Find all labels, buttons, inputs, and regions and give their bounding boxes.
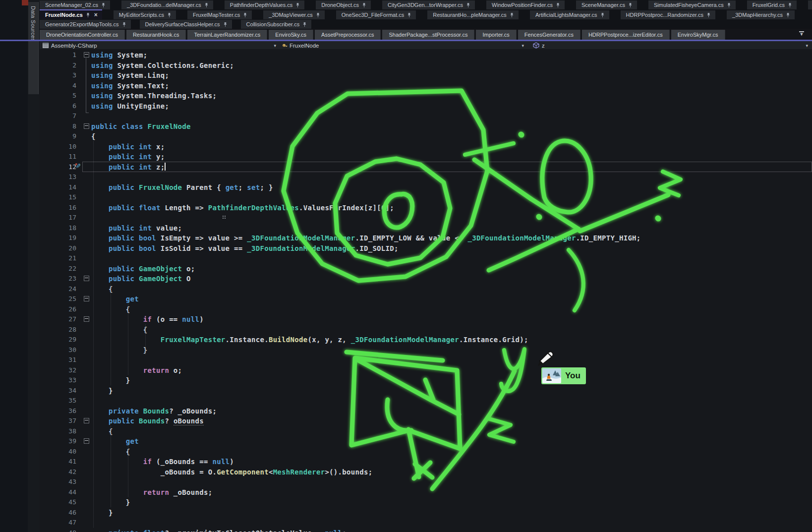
pin-icon[interactable] (316, 12, 320, 18)
code-line-30[interactable]: 30 } (40, 345, 812, 355)
tab-collisionsubscriber-cs[interactable]: CollisionSubscriber.cs (241, 20, 312, 29)
fold-collapse-icon[interactable] (84, 296, 89, 301)
code-line-10[interactable]: 10 public int x; (40, 141, 812, 152)
fold-collapse-icon[interactable] (84, 123, 89, 129)
code-line-13[interactable]: 13 (40, 172, 812, 182)
code-line-48[interactable]: 48 private float? _proximityToClosestObs… (40, 528, 812, 532)
code-line-17[interactable]: 17 (40, 212, 812, 223)
code-line-15[interactable]: 15 (40, 192, 812, 202)
pin-icon[interactable] (628, 2, 633, 8)
code-line-39[interactable]: 39 get (40, 436, 812, 446)
code-line-11[interactable]: 11 public int y; (40, 151, 812, 162)
code-line-24[interactable]: 24 { (40, 284, 812, 294)
member-dropdown[interactable]: z ▾ (528, 41, 812, 50)
tab-windowpositionfinder-cs[interactable]: WindowPositionFinder.cs (486, 0, 565, 9)
code-line-38[interactable]: 38 { (40, 426, 812, 436)
tab-deliverysurfaceclasshelper-cs[interactable]: DeliverySurfaceClassHelper.cs (140, 20, 232, 29)
fold-collapse-icon[interactable] (84, 52, 89, 58)
code-line-6[interactable]: 6using UnityEngine; (40, 101, 812, 111)
tab-citygen3dgen-torwrapper-cs[interactable]: CityGen3DGen...torWrapper.cs (382, 0, 475, 9)
code-line-22[interactable]: 22 public GameObject o; (40, 263, 812, 274)
tab-scenemanager-cs[interactable]: SceneManager.cs (576, 0, 637, 9)
tab-restaurantho-plemanager-cs[interactable]: RestaurantHo...pleManager.cs (427, 10, 519, 19)
code-line-8[interactable]: 8public class FruxelNode (40, 121, 812, 131)
code-line-45[interactable]: 45 } (40, 497, 812, 507)
pin-icon[interactable] (86, 12, 90, 18)
code-line-36[interactable]: 36 private Bounds? _oBounds; (40, 406, 812, 416)
pin-icon[interactable] (786, 12, 790, 18)
code-line-32[interactable]: 32 return o; (40, 365, 812, 375)
project-dropdown[interactable]: Assembly-CSharp ▾ (40, 41, 280, 50)
code-line-7[interactable]: 7 (40, 111, 812, 121)
code-line-44[interactable]: 44 return _oBounds; (40, 487, 812, 497)
code-line-29[interactable]: 29 FruxelMapTester.Instance.BuildNode(x,… (40, 334, 812, 345)
fold-collapse-icon[interactable] (84, 276, 89, 281)
fold-collapse-icon[interactable] (84, 418, 89, 423)
code-line-23[interactable]: 23 public GameObject O (40, 273, 812, 284)
code-line-47[interactable]: 47 (40, 517, 812, 528)
pin-icon[interactable] (204, 2, 209, 8)
pin-icon[interactable] (510, 12, 514, 18)
tab-3dmapviewer-cs[interactable]: _3DMapViewer.cs (263, 10, 324, 19)
code-line-40[interactable]: 40 { (40, 446, 812, 457)
tab-enviroskymgr-cs[interactable]: EnviroSkyMgr.cs (671, 30, 725, 40)
pin-icon[interactable] (243, 12, 247, 18)
tab-pathfinderdepthvalues-cs[interactable]: PathfinderDepthValues.cs (225, 0, 304, 9)
pencil-cursor-icon[interactable] (535, 349, 556, 369)
close-icon[interactable]: × (94, 12, 98, 17)
tab-artificiallightsmanager-cs[interactable]: ArtificialLightsManager.cs (530, 10, 609, 19)
tab-fencesgenerator-cs[interactable]: FencesGenerator.cs (518, 30, 580, 40)
pin-icon[interactable] (295, 2, 300, 8)
code-line-19[interactable]: 19 public bool IsEmpty => value >= _3DFo… (40, 233, 812, 243)
pin-icon[interactable] (788, 2, 792, 8)
tab-3dmaphierarchy-cs[interactable]: _3DMapHierarchy.cs (727, 10, 795, 19)
code-line-21[interactable]: 21 (40, 253, 812, 263)
tab-scenemanager-02-cs[interactable]: SceneManager_02.cs (40, 0, 110, 9)
code-line-25[interactable]: 25 get (40, 294, 812, 304)
tab-terrainlayerrandomizer-cs[interactable]: TerrainLayerRandomizer.cs (187, 30, 267, 40)
chevron-down-icon[interactable]: ▾ (522, 43, 524, 48)
code-line-2[interactable]: 2using System.Collections.Generic; (40, 60, 812, 70)
pin-icon[interactable] (600, 12, 605, 18)
tab-restauranthook-cs[interactable]: RestaurantHook.cs (126, 30, 186, 40)
tab-droneorientationcontroller-cs[interactable]: DroneOrientationController.cs (40, 30, 125, 40)
fold-collapse-icon[interactable] (84, 438, 89, 444)
code-line-20[interactable]: 20 public bool IsSolid => value == _3DFo… (40, 243, 812, 253)
pin-icon[interactable] (101, 2, 106, 8)
pin-icon[interactable] (122, 22, 126, 27)
code-line-33[interactable]: 33 } (40, 375, 812, 385)
code-line-4[interactable]: 4using System.Text; (40, 80, 812, 91)
type-dropdown[interactable]: FruxelNode ▾ (280, 41, 528, 50)
tab-myeditorscripts-cs[interactable]: MyEditorScripts.cs (114, 10, 176, 19)
tab-droneobject-cs[interactable]: DroneObject.cs (316, 0, 371, 9)
tab-fruxelnode-cs[interactable]: FruxelNode.cs× (40, 9, 102, 19)
tab-hdrppostproc-randomizer-cs[interactable]: HDRPPostproc...Randomizer.cs (621, 10, 716, 19)
code-line-43[interactable]: 43 (40, 476, 812, 487)
tab-onesec3d-fileformat-cs[interactable]: OneSec3D_FileFormat.cs (336, 10, 416, 19)
code-line-37[interactable]: 37 public Bounds? oBounds (40, 415, 812, 426)
pin-icon[interactable] (466, 2, 470, 8)
code-line-35[interactable]: 35 (40, 395, 812, 406)
tab-simulatedfisheyecamera-cs[interactable]: SimulatedFisheyeCamera.cs (648, 0, 736, 9)
data-sources-vertical-tab[interactable]: Data Sources (28, 2, 39, 94)
code-line-42[interactable]: 42 _oBounds = O.GetComponent<MeshRendere… (40, 467, 812, 477)
code-line-5[interactable]: 5using System.Threading.Tasks; (40, 90, 812, 101)
code-line-3[interactable]: 3using System.Linq; (40, 70, 812, 80)
code-line-9[interactable]: 9{ (40, 131, 812, 141)
code-line-31[interactable]: 31 (40, 355, 812, 365)
tab-importer-cs[interactable]: Importer.cs (476, 30, 516, 40)
tab-config-cs[interactable]: Config.cs (808, 0, 812, 9)
pin-icon[interactable] (407, 12, 411, 18)
code-line-16[interactable]: 16 public float Length => PathfinderDept… (40, 202, 812, 213)
code-line-26[interactable]: 26 { (40, 304, 812, 314)
fold-collapse-icon[interactable] (84, 316, 89, 322)
code-line-1[interactable]: 1using System; (40, 50, 812, 60)
pin-icon[interactable] (223, 22, 228, 27)
code-line-46[interactable]: 46 } (40, 507, 812, 518)
tab-3dfoundatio-delmanager-cs[interactable]: _3DFoundatio...delManager.cs (121, 0, 213, 9)
tab-hdrppostproce-izereditor-cs[interactable]: HDRPPostproce...izerEditor.cs (582, 30, 670, 40)
pin-icon[interactable] (556, 2, 560, 8)
chevron-down-icon[interactable]: ▾ (806, 43, 808, 48)
code-line-14[interactable]: 14 public FruxelNode Parent { get; set; … (40, 182, 812, 192)
pin-icon[interactable] (727, 2, 731, 8)
